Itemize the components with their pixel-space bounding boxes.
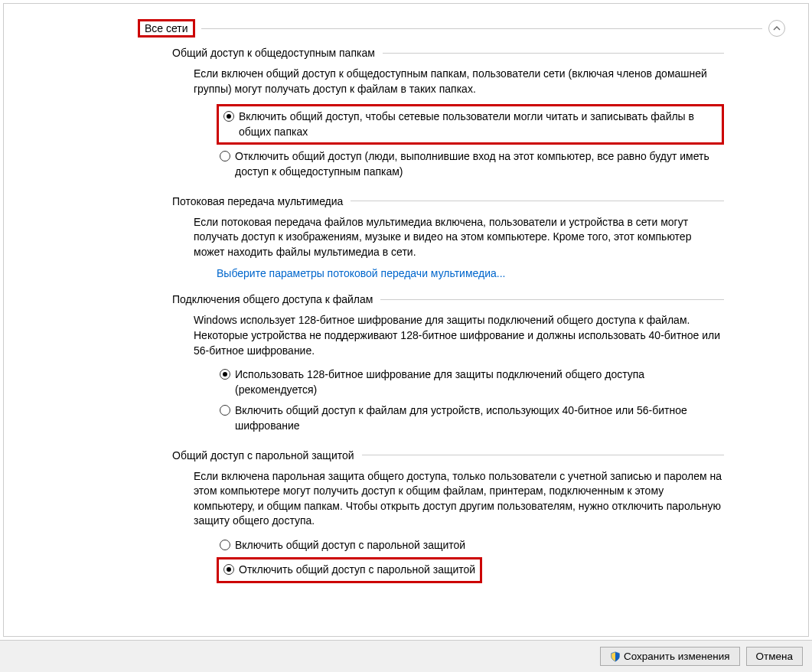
divider — [383, 53, 724, 54]
radio-label: Включить общий доступ, чтобы сетевые пол… — [239, 109, 717, 139]
divider — [362, 455, 724, 455]
button-label: Сохранить изменения — [624, 651, 730, 662]
chevron-up-icon[interactable] — [768, 20, 785, 37]
radio-enable-password-sharing[interactable]: Включить общий доступ с парольной защито… — [217, 537, 724, 555]
section-description: Если включена парольная защита общего до… — [194, 469, 724, 529]
radio-label: Включить общий доступ к файлам для устро… — [235, 403, 721, 433]
footer-bar: Сохранить изменения Отмена — [0, 640, 812, 672]
divider — [380, 299, 724, 300]
section-title: Общий доступ с парольной защитой — [172, 449, 354, 462]
settings-panel: Все сети Общий доступ к общедоступным па… — [3, 3, 809, 637]
radio-disable-public-sharing[interactable]: Отключить общий доступ (люди, выполнивши… — [217, 148, 724, 181]
section-password-protected-sharing: Общий доступ с парольной защитой Если вк… — [172, 449, 724, 587]
section-public-folder-sharing: Общий доступ к общедоступным папкам Если… — [172, 47, 724, 181]
cancel-button[interactable]: Отмена — [746, 647, 803, 666]
divider — [201, 28, 762, 29]
section-description: Если потоковая передача файлов мультимед… — [194, 215, 724, 260]
section-file-sharing-connections: Подключения общего доступа к файлам Wind… — [172, 293, 724, 435]
section-description: Если включен общий доступ к общедоступны… — [194, 67, 724, 96]
radio-icon — [220, 540, 230, 550]
radio-icon — [220, 369, 230, 380]
radio-icon — [223, 564, 234, 575]
radio-icon — [220, 405, 230, 416]
expander-title: Все сети — [138, 19, 195, 38]
radio-128bit-encryption[interactable]: Использовать 128-битное шифрование для з… — [217, 366, 724, 399]
radio-icon — [223, 111, 234, 122]
section-title: Общий доступ к общедоступным папкам — [172, 47, 375, 59]
radio-disable-password-sharing[interactable]: Отключить общий доступ с парольной защит… — [217, 557, 482, 583]
button-label: Отмена — [756, 651, 793, 662]
radio-label: Использовать 128-битное шифрование для з… — [235, 367, 721, 397]
radio-icon — [220, 151, 230, 161]
radio-label: Отключить общий доступ (люди, выполнивши… — [235, 149, 721, 179]
radio-label: Включить общий доступ с парольной защито… — [235, 538, 721, 553]
radio-enable-public-sharing[interactable]: Включить общий доступ, чтобы сетевые пол… — [217, 104, 724, 145]
divider — [351, 201, 724, 201]
section-media-streaming: Потоковая передача мультимедиа Если пото… — [172, 195, 724, 280]
section-title: Подключения общего доступа к файлам — [172, 293, 373, 305]
section-title: Потоковая передача мультимедиа — [172, 195, 343, 207]
shield-icon — [610, 651, 621, 662]
radio-label: Отключить общий доступ с парольной защит… — [239, 563, 475, 578]
link-media-streaming-options[interactable]: Выберите параметры потоковой передачи му… — [217, 267, 505, 279]
radio-40-56bit-encryption[interactable]: Включить общий доступ к файлам для устро… — [217, 402, 724, 435]
expander-all-networks[interactable]: Все сети — [138, 19, 785, 38]
save-changes-button[interactable]: Сохранить изменения — [600, 647, 740, 666]
section-description: Windows использует 128-битное шифрование… — [194, 313, 724, 358]
